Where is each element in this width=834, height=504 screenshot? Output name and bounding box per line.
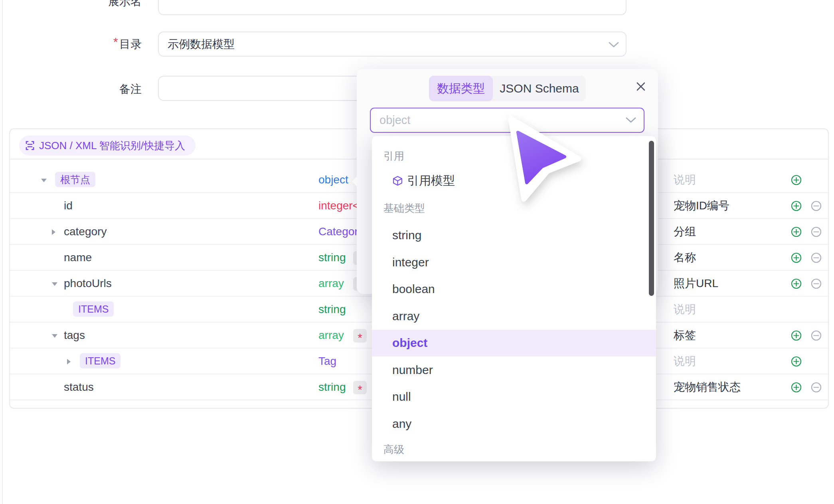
page-left-divider: [2, 0, 3, 504]
field-description[interactable]: 宠物销售状态: [674, 374, 741, 400]
type-select[interactable]: object: [370, 108, 644, 133]
remove-field-button[interactable]: [811, 201, 822, 211]
import-button-label: JSON / XML 智能识别/快捷导入: [39, 139, 185, 153]
remove-field-button[interactable]: [811, 226, 822, 237]
name-chip[interactable]: ITEMS: [73, 301, 114, 317]
field-name[interactable]: status: [64, 374, 94, 400]
dropdown-item-boolean[interactable]: boolean: [372, 276, 656, 303]
dropdown-item-label: array: [392, 309, 419, 323]
field-name[interactable]: ITEMS: [73, 297, 114, 322]
dropdown-item-null[interactable]: null: [372, 384, 656, 411]
dropdown-item-label: null: [392, 390, 411, 404]
remove-field-button[interactable]: [811, 252, 822, 263]
scan-import-icon: [25, 140, 35, 151]
field-description[interactable]: 照片URL: [674, 271, 718, 296]
dropdown-item-label: string: [392, 228, 421, 242]
dropdown-item-integer[interactable]: integer: [372, 249, 656, 276]
field-type[interactable]: object: [318, 167, 348, 192]
name-chip[interactable]: 根节点: [55, 172, 95, 187]
field-name[interactable]: tags: [64, 323, 85, 348]
dropdown-item-array[interactable]: array: [372, 303, 656, 330]
required-asterisk: *: [358, 331, 362, 344]
field-type[interactable]: string: [318, 245, 346, 270]
field-description[interactable]: 宠物ID编号: [674, 193, 729, 218]
popup-arrow: [352, 176, 357, 187]
field-description[interactable]: 名称: [674, 245, 696, 270]
minus-circle-icon: [811, 330, 822, 341]
field-name[interactable]: id: [64, 193, 73, 218]
catalog-label: 目录: [94, 37, 142, 52]
tab-json-schema[interactable]: JSON Schema: [493, 76, 586, 101]
field-type[interactable]: array: [318, 271, 344, 296]
dropdown-item-number[interactable]: number: [372, 356, 656, 384]
field-type[interactable]: array: [318, 323, 344, 348]
minus-circle-icon: [811, 201, 822, 211]
tab-data-type[interactable]: 数据类型: [429, 76, 493, 101]
field-type[interactable]: Tag: [318, 348, 336, 374]
close-icon[interactable]: [636, 81, 646, 92]
type-dropdown-list: 引用引用模型基础类型stringintegerbooleanarrayobjec…: [372, 136, 656, 461]
field-description[interactable]: 说明: [674, 297, 696, 322]
cube-icon: [392, 175, 403, 186]
dropdown-item-string[interactable]: string: [372, 222, 656, 249]
add-field-button[interactable]: [791, 201, 802, 211]
caret-down-icon[interactable]: [52, 282, 57, 286]
dropdown-item-label: object: [392, 336, 427, 350]
remove-field-button[interactable]: [811, 330, 822, 341]
json-xml-import-button[interactable]: JSON / XML 智能识别/快捷导入: [19, 136, 196, 156]
field-type[interactable]: string: [318, 297, 346, 322]
add-field-button[interactable]: [791, 278, 802, 289]
field-description[interactable]: 标签: [674, 323, 696, 348]
plus-circle-icon: [791, 356, 802, 367]
add-field-button[interactable]: [791, 175, 802, 185]
remove-field-button[interactable]: [811, 278, 822, 289]
dropdown-group-label: 高级: [372, 437, 656, 462]
field-description[interactable]: 说明: [674, 167, 696, 192]
dropdown-item-[interactable]: 引用模型: [372, 167, 656, 195]
plus-circle-icon: [791, 175, 802, 185]
catalog-select[interactable]: 示例数据模型: [158, 32, 626, 57]
caret-right-icon[interactable]: [52, 229, 55, 235]
required-mark-chip[interactable]: *: [353, 381, 367, 394]
caret-down-icon[interactable]: [52, 334, 57, 338]
dropdown-item-any[interactable]: any: [372, 410, 656, 437]
field-description[interactable]: 说明: [674, 348, 696, 374]
add-field-button[interactable]: [791, 330, 802, 341]
minus-circle-icon: [811, 226, 822, 237]
field-type[interactable]: string: [318, 374, 346, 400]
plus-circle-icon: [791, 201, 802, 211]
field-name[interactable]: 根节点: [55, 167, 95, 192]
field-name[interactable]: photoUrls: [64, 271, 112, 296]
dropdown-item-object[interactable]: object: [372, 330, 656, 357]
minus-circle-icon: [811, 278, 822, 289]
plus-circle-icon: [791, 252, 802, 263]
dropdown-group-label: 引用: [372, 144, 656, 167]
field-name[interactable]: ITEMS: [80, 348, 121, 374]
caret-right-icon[interactable]: [67, 359, 71, 364]
field-description[interactable]: 分组: [674, 219, 696, 244]
plus-circle-icon: [791, 382, 802, 393]
display-name-input[interactable]: [158, 0, 626, 15]
chevron-down-icon: [608, 41, 619, 48]
add-field-button[interactable]: [791, 382, 802, 393]
add-field-button[interactable]: [791, 252, 802, 263]
catalog-select-value: 示例数据模型: [168, 32, 235, 56]
dropdown-scrollbar[interactable]: [649, 141, 654, 296]
dropdown-item-label: number: [392, 363, 433, 377]
required-mark-chip[interactable]: *: [353, 329, 367, 343]
caret-down-icon[interactable]: [41, 179, 47, 182]
name-chip[interactable]: ITEMS: [80, 353, 121, 368]
plus-circle-icon: [791, 330, 802, 341]
display-name-label: 展示名: [94, 0, 142, 10]
field-name[interactable]: name: [64, 245, 92, 270]
remove-field-button[interactable]: [811, 382, 822, 393]
plus-circle-icon: [791, 278, 802, 289]
dropdown-item-label: integer: [392, 256, 429, 269]
field-name[interactable]: category: [64, 219, 107, 244]
type-select-value: object: [379, 108, 410, 132]
remark-label: 备注: [94, 82, 142, 97]
dropdown-item-label: boolean: [392, 282, 435, 296]
add-field-button[interactable]: [791, 356, 802, 367]
add-field-button[interactable]: [791, 226, 802, 237]
dropdown-item-label: 引用模型: [407, 173, 455, 189]
